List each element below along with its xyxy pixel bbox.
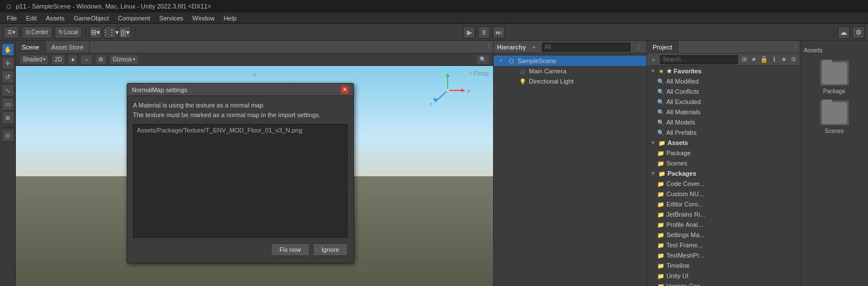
play-controls-group: ▶ ⏸ ⏭: [139, 26, 830, 39]
gizmos-btn[interactable]: Gizmos ▾: [109, 55, 139, 65]
pkg-label-2: Editor Coro...: [666, 201, 703, 208]
packages-section-header[interactable]: ▼ 📁 Packages: [647, 168, 800, 179]
assets-panel-title: Assets: [800, 45, 826, 55]
assets-section-header[interactable]: ▼ 📁 Assets: [647, 138, 800, 148]
scale-tool[interactable]: ⤡: [2, 84, 14, 97]
scene-icon: ⬡: [507, 57, 515, 65]
tab-asset-store[interactable]: Asset Store: [45, 41, 90, 53]
pkg-timeline[interactable]: 📁 Timeline: [647, 260, 800, 271]
hierarchy-options-btn[interactable]: ⋮: [634, 43, 643, 52]
pkg-textmeshpro[interactable]: 📁 TextMeshPr...: [647, 250, 800, 260]
asset-icon-scenes[interactable]: Scenes: [820, 100, 849, 134]
transform-tool-btn[interactable]: ☰▾: [3, 26, 19, 39]
scene-panel-menu[interactable]: ⋮: [484, 41, 493, 50]
fav-all-models[interactable]: 🔍 All Models: [647, 117, 800, 127]
menu-file[interactable]: File: [2, 13, 22, 23]
project-options4[interactable]: ℹ: [771, 55, 778, 64]
tab-scene[interactable]: Scene: [16, 41, 45, 53]
play-button[interactable]: ▶: [463, 26, 475, 39]
fav-label-1: All Conflicts: [666, 88, 699, 95]
pkg-folder-icon-7: 📁: [657, 252, 664, 259]
shaded-btn[interactable]: Shaded ▾: [19, 55, 49, 65]
dialog-close-button[interactable]: ✕: [341, 86, 349, 94]
fix-now-button[interactable]: Fix now: [271, 243, 310, 256]
scene-canvas[interactable]: ≡ X Y Z < Persp: [16, 66, 493, 286]
fav-all-modified[interactable]: 🔍 All Modified: [647, 76, 800, 86]
hierarchy-item-camera[interactable]: 🎥 Main Camera: [494, 66, 646, 76]
favorites-label: ★ Favorites: [666, 68, 702, 75]
view-btn[interactable]: |||▾: [119, 26, 131, 39]
space-local-btn[interactable]: ↻ Local: [55, 26, 82, 39]
hand-tool[interactable]: ✋: [2, 43, 14, 56]
step-button[interactable]: ⏭: [493, 26, 505, 39]
pkg-settingsma[interactable]: 📁 Settings Ma...: [647, 230, 800, 240]
dialog-filepath: Assets/Package/Texture/T_ENV_MOD_Floor_0…: [133, 124, 348, 238]
menu-services[interactable]: Services: [155, 13, 187, 23]
menu-window[interactable]: Window: [188, 13, 219, 23]
pause-button[interactable]: ⏸: [478, 26, 490, 39]
pkg-testframe[interactable]: 📁 Test Frame...: [647, 240, 800, 250]
pkg-folder-icon-9: 📁: [657, 273, 664, 279]
transform-tool[interactable]: ⊕: [2, 111, 14, 124]
cloud-btn[interactable]: ☁: [837, 26, 850, 39]
fav-all-prefabs[interactable]: 🔍 All Prefabs: [647, 127, 800, 138]
dialog-title: NormalMap settings: [132, 86, 187, 93]
pkg-codecover[interactable]: 📁 Code Cover...: [647, 179, 800, 189]
svg-line-6: [435, 90, 448, 102]
hierarchy-add-btn[interactable]: +: [529, 43, 539, 52]
menu-component[interactable]: Component: [113, 13, 155, 23]
hierarchy-scene-root[interactable]: ▼ ⬡ SampleScene: [494, 56, 646, 66]
move-tool[interactable]: ✛: [2, 57, 14, 69]
rotate-tool[interactable]: ↺: [2, 71, 14, 83]
fav-all-materials[interactable]: 🔍 All Materials: [647, 107, 800, 117]
fav-all-excluded[interactable]: 🔍 All Excluded: [647, 97, 800, 107]
grid-btn[interactable]: ⊞▾: [89, 26, 102, 39]
favorites-section-header[interactable]: ▼ ★ ★ Favorites: [647, 66, 800, 76]
pkg-label-7: TextMeshPr...: [666, 252, 704, 259]
pivot-center-btn[interactable]: ⊙ Center: [22, 26, 52, 39]
menu-assets[interactable]: Assets: [41, 13, 69, 23]
fav-label-2: All Excluded: [666, 98, 701, 105]
audio-btn[interactable]: ↔: [80, 55, 93, 65]
menu-help[interactable]: Help: [219, 13, 241, 23]
rect-tool[interactable]: ▭: [2, 98, 14, 110]
persp-label: < Persp: [469, 71, 489, 77]
pkg-jetbrains[interactable]: 📁 JetBrains Ri...: [647, 209, 800, 219]
asset-scenes[interactable]: 📁 Scenes: [647, 158, 800, 168]
asset-package[interactable]: 📁 Package: [647, 148, 800, 158]
main-layout: ✋ ✛ ↺ ⤡ ▭ ⊕ ⊙ Scene Asset Store ⋮ Shaded…: [0, 41, 868, 286]
tab-project[interactable]: Project: [647, 41, 678, 53]
menu-gameobject[interactable]: GameObject: [69, 13, 114, 23]
lighting-btn[interactable]: ●: [68, 55, 78, 65]
pkg-profileanal[interactable]: 📁 Profile Anal...: [647, 219, 800, 230]
project-options5[interactable]: ★: [781, 55, 787, 64]
pkg-versioncon[interactable]: 📁 Version Con...: [647, 281, 800, 286]
project-add-btn[interactable]: +: [650, 55, 657, 64]
fav-all-conflicts[interactable]: 🔍 All Conflicts: [647, 86, 800, 97]
tool-divider: [2, 127, 14, 128]
project-options1[interactable]: ⊞: [741, 55, 748, 64]
snap-btn[interactable]: ⋮⋮▾: [104, 26, 116, 39]
project-panel-menu[interactable]: ⋮: [791, 41, 800, 50]
project-search[interactable]: [660, 55, 738, 64]
account-btn[interactable]: ⚙: [852, 26, 865, 39]
effects-btn[interactable]: ⚙: [95, 55, 107, 65]
project-options3[interactable]: 🔒: [760, 55, 768, 64]
pkg-editorcoro[interactable]: 📁 Editor Coro...: [647, 199, 800, 209]
asset-icon-package[interactable]: Package: [820, 60, 849, 94]
pkg-unityui[interactable]: 📁 Unity UI: [647, 271, 800, 281]
asset-label-0: Package: [666, 150, 691, 156]
hierarchy-item-light[interactable]: 💡 Directional Light: [494, 76, 646, 86]
2d-btn[interactable]: 2D: [51, 55, 65, 65]
project-options2[interactable]: ★: [750, 55, 757, 64]
project-options6[interactable]: ⚙: [790, 55, 796, 64]
pkg-folder-icon-8: 📁: [657, 263, 664, 269]
ignore-button[interactable]: Ignore: [313, 243, 348, 256]
search-field[interactable]: 🔍: [476, 55, 490, 65]
pkg-label-1: Custom NU...: [666, 190, 704, 197]
dialog-message: A Material is using the texture as a nor…: [133, 101, 348, 119]
custom-tool[interactable]: ⊙: [2, 129, 14, 142]
hierarchy-search[interactable]: [542, 43, 631, 52]
menu-edit[interactable]: Edit: [22, 13, 41, 23]
pkg-customnu[interactable]: 📁 Custom NU...: [647, 189, 800, 199]
